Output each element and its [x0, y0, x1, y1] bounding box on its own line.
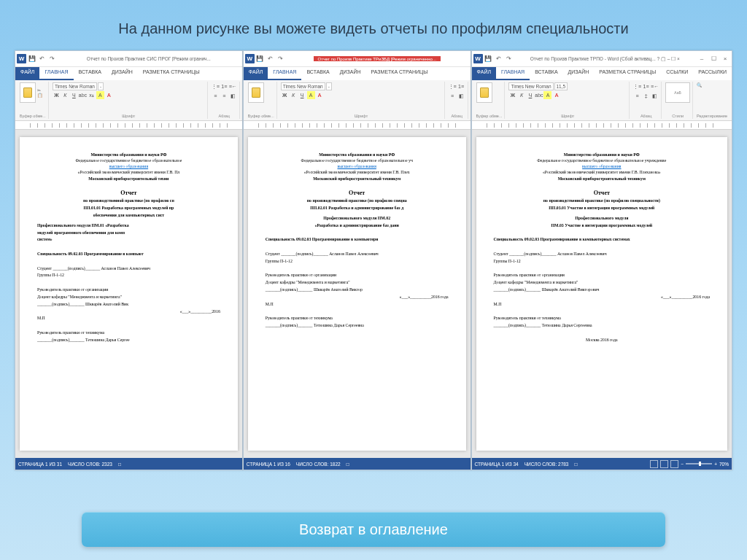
redo-icon[interactable]: ↷ [276, 54, 285, 63]
tab-layout[interactable]: РАЗМЕТКА СТРАНИЦЫ [594, 67, 661, 80]
bold-button[interactable]: Ж [508, 91, 516, 99]
zoom-minus[interactable]: − [681, 462, 684, 467]
undo-icon[interactable]: ↶ [494, 54, 503, 63]
ruler[interactable] [244, 121, 471, 130]
tab-home[interactable]: ГЛАВНАЯ [39, 67, 73, 80]
font-family-select[interactable]: Times New Roman [508, 82, 553, 90]
tab-mail[interactable]: РАССЫЛКИ [693, 67, 732, 80]
tab-insert[interactable]: ВСТАВКА [74, 67, 107, 80]
highlight-button[interactable]: A [543, 91, 551, 99]
paste-button[interactable] [248, 82, 264, 103]
tab-design[interactable]: ДИЗАЙН [335, 67, 366, 80]
doc-ruk1: Руководитель практики от организации [37, 287, 220, 293]
status-words[interactable]: ЧИСЛО СЛОВ: 2323 [68, 462, 112, 467]
font-size-select[interactable]: - [326, 82, 332, 90]
tab-design[interactable]: ДИЗАЙН [107, 67, 138, 80]
paste-button[interactable] [476, 82, 492, 103]
underline-button[interactable]: Ч [298, 91, 306, 99]
highlight-button[interactable]: A [96, 91, 104, 99]
document-area[interactable]: Министерство образования и науки РФ Феде… [15, 130, 242, 458]
status-lang[interactable]: □ [118, 462, 121, 467]
zoom-level[interactable]: 70% [719, 462, 729, 467]
styles-gallery[interactable]: АаБ [665, 82, 690, 103]
align-icon[interactable]: ≡ [449, 92, 457, 100]
view-print-icon[interactable] [660, 460, 668, 468]
shading-icon[interactable]: ◧ [229, 92, 237, 100]
zoom-plus[interactable]: + [714, 462, 717, 467]
indent-icon[interactable]: ≡← [229, 82, 237, 90]
bold-button[interactable]: Ж [281, 91, 289, 99]
sub-button[interactable]: x₂ [88, 91, 96, 99]
ruler[interactable] [15, 121, 242, 130]
status-lang[interactable]: □ [347, 462, 349, 467]
save-icon[interactable]: 💾 [484, 54, 493, 63]
styles-label: Стили [665, 114, 690, 118]
save-icon[interactable]: 💾 [255, 54, 265, 63]
tab-file[interactable]: ФАЙЛ [244, 67, 268, 80]
color-button[interactable]: A [316, 91, 324, 99]
highlight-button[interactable]: A [307, 91, 315, 99]
underline-button[interactable]: Ч [526, 91, 534, 99]
font-family-select[interactable]: Times New Roman [53, 82, 97, 90]
tab-file[interactable]: ФАЙЛ [472, 67, 496, 80]
bullet-icon[interactable]: ⋮≡ [449, 82, 457, 90]
return-to-contents-button[interactable]: Возврат в оглавление [82, 512, 665, 547]
indent-icon[interactable]: ≡← [651, 82, 659, 90]
tab-refs[interactable]: ССЫЛКИ [661, 67, 693, 80]
undo-icon[interactable]: ↶ [37, 54, 47, 63]
status-words[interactable]: ЧИСЛО СЛОВ: 2783 [525, 462, 569, 467]
redo-icon[interactable]: ↷ [47, 54, 57, 63]
tab-design[interactable]: ДИЗАЙН [563, 67, 595, 80]
paste-button[interactable] [20, 82, 36, 103]
tab-layout[interactable]: РАЗМЕТКА СТРАНИЦЫ [138, 67, 205, 80]
close-button[interactable]: × [720, 55, 730, 63]
italic-button[interactable]: К [290, 91, 298, 99]
tab-insert[interactable]: ВСТАВКА [301, 67, 334, 80]
view-read-icon[interactable] [650, 460, 658, 468]
ruler[interactable] [472, 121, 732, 130]
document-area[interactable]: Министерство образования и науки РФ Феде… [472, 130, 732, 458]
document-area[interactable]: Министерство образования и науки РФ Феде… [244, 130, 471, 458]
number-icon[interactable]: 1≡ [457, 82, 465, 90]
italic-button[interactable]: К [517, 91, 525, 99]
tab-insert[interactable]: ВСТАВКА [530, 67, 562, 80]
undo-icon[interactable]: ↶ [266, 54, 275, 63]
align-center-icon[interactable]: ≡ [220, 92, 228, 100]
font-size-select[interactable]: 11,5 [554, 82, 568, 90]
tab-layout[interactable]: РАЗМЕТКА СТРАНИЦЫ [366, 67, 433, 80]
number-icon[interactable]: 1≡ [642, 82, 650, 90]
number-icon[interactable]: 1≡ [220, 82, 228, 90]
minimize-button[interactable]: – [697, 55, 707, 63]
tab-file[interactable]: ФАЙЛ [15, 67, 39, 80]
align-left-icon[interactable]: ≡ [212, 92, 220, 100]
font-size-select[interactable]: - [98, 82, 104, 90]
maximize-button[interactable]: ☐ [708, 55, 719, 63]
view-web-icon[interactable] [670, 460, 678, 468]
status-lang[interactable]: □ [574, 462, 577, 467]
color-button[interactable]: A [552, 91, 560, 99]
italic-button[interactable]: К [61, 91, 69, 99]
tab-home[interactable]: ГЛАВНАЯ [496, 67, 530, 80]
tab-home[interactable]: ГЛАВНАЯ [268, 67, 301, 80]
color-button[interactable]: A [105, 91, 113, 99]
underline-button[interactable]: Ч [70, 91, 78, 99]
status-page[interactable]: СТРАНИЦА 1 ИЗ 31 [18, 462, 62, 467]
find-button[interactable]: 🔍 [697, 82, 727, 88]
strike-button[interactable]: abc [79, 91, 87, 99]
status-page[interactable]: СТРАНИЦА 1 ИЗ 16 [247, 462, 290, 467]
shading-icon[interactable]: ◧ [651, 92, 659, 100]
redo-icon[interactable]: ↷ [504, 54, 514, 63]
status-bar: СТРАНИЦА 1 ИЗ 31 ЧИСЛО СЛОВ: 2323 □ [15, 458, 242, 470]
font-family-select[interactable]: Times New Roman [281, 82, 325, 90]
save-icon[interactable]: 💾 [27, 54, 36, 63]
bold-button[interactable]: Ж [53, 91, 61, 99]
spacing-icon[interactable]: ‡ [642, 92, 650, 100]
align-icon[interactable]: ≡ [633, 92, 641, 100]
zoom-slider[interactable] [686, 463, 712, 464]
bullet-icon[interactable]: ⋮≡ [633, 82, 641, 90]
shading-icon[interactable]: ◧ [457, 92, 465, 100]
status-page[interactable]: СТРАНИЦА 1 ИЗ 34 [475, 462, 519, 467]
status-words[interactable]: ЧИСЛО СЛОВ: 1822 [296, 462, 341, 467]
strike-button[interactable]: abc [535, 91, 543, 99]
bullet-icon[interactable]: ⋮≡ [212, 82, 220, 90]
